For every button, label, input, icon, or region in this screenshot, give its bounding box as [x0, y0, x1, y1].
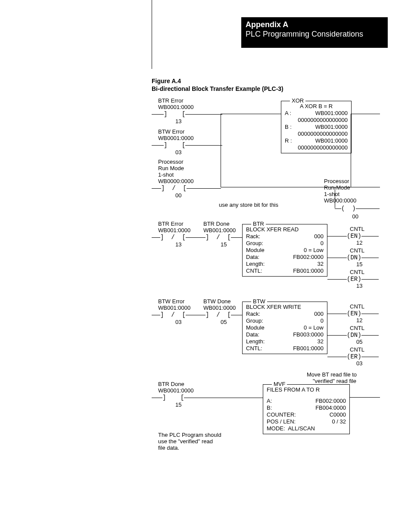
mvf-poslen-lbl: POS / LEN:	[267, 418, 301, 425]
btw-title: BTW	[251, 298, 267, 305]
btr-er-lbl: CNTL	[350, 269, 364, 275]
rung3-btw-error-bit: 03	[175, 319, 181, 325]
btw-er-line: (ER)	[327, 353, 379, 360]
btr-en-bit: 12	[356, 240, 362, 246]
btr-cntl-lbl: CNTL:	[246, 268, 268, 274]
page: Appendix A PLC Programming Consideration…	[0, 0, 411, 532]
mvf-box: MVF FILES FROM A TO R A:FB002:0000 B:FB0…	[263, 384, 350, 434]
rung1-btr-error-contact: ] [	[152, 111, 222, 118]
btr-group-val: 0	[321, 240, 324, 247]
mvf-counter-lbl: COUNTER:	[267, 411, 301, 418]
btr-title: BTR	[251, 221, 266, 227]
btw-data-val: FB003:0000	[293, 331, 324, 338]
rung2-btr-done-lbl: BTR Done	[203, 221, 230, 227]
btw-module-lbl: Module	[246, 324, 270, 331]
rung1-right-wire	[351, 114, 380, 114]
rung2-btr-error-bit: 13	[175, 241, 181, 248]
rung4-footnote2: use the "verified" read	[158, 438, 213, 445]
rung1-out-lbl2: Run-Mode	[324, 184, 350, 191]
figure-caption: Bi-directional Block Transfer Example (P…	[152, 85, 283, 92]
rung1-coil-drop	[335, 187, 335, 208]
btr-rack-val: 000	[314, 233, 324, 240]
rung3-btw-done-addr: WB001:0000	[203, 305, 236, 311]
btr-er-bit: 13	[356, 283, 362, 289]
rung2-btr-error-contact: ] / [	[152, 234, 199, 241]
rung1-out-bit: 00	[350, 213, 358, 220]
rung1-proc-addr: WB0000:0000	[158, 178, 193, 184]
xor-title: XOR	[290, 97, 305, 104]
btr-cntl-val: FB001:0000	[293, 268, 324, 274]
btr-data-val: FB002:0000	[293, 254, 324, 261]
rung1-out-addr: WB000:0000	[324, 197, 356, 204]
btw-data-lbl: Data:	[246, 331, 265, 338]
rung1-right-branch	[351, 114, 351, 187]
btw-cntl-lbl: CNTL:	[246, 345, 268, 352]
rung3-btw-done-bit: 05	[221, 319, 227, 325]
mvf-b-lbl: B:	[267, 404, 277, 411]
btw-er-bit: 03	[356, 360, 362, 367]
rung2-btr-done-addr: WB001:0000	[203, 227, 236, 233]
mvf-title: MVF	[272, 381, 287, 388]
rung2-btr-error-addr: WB001:0000	[158, 227, 190, 233]
rung1-btw-error-lbl: BTW Error	[158, 128, 184, 135]
rung4-footnote1: The PLC Program should	[158, 432, 221, 438]
xor-b-val: WB001:0000	[315, 124, 348, 131]
rung1-btw-error-contact: ] [	[152, 142, 222, 149]
rung2-btr-done-bit: 15	[221, 241, 227, 248]
xor-b-lbl: B :	[285, 124, 297, 131]
btw-box: BTW BLOCK XFER WRITE Rack:000 Group:0 Mo…	[242, 302, 327, 354]
btr-length-val: 32	[318, 261, 324, 268]
rung4-btr-done-addr: WB0001:0000	[158, 387, 193, 394]
mvf-b-val: FB004:0000	[315, 404, 346, 411]
rung1-proc-lbl2: Run Mode	[158, 165, 184, 171]
xor-a-lbl: A :	[285, 110, 296, 117]
chapter-header: Appendix A PLC Programming Consideration…	[241, 17, 388, 48]
rung1-proc-contact: ] / [	[152, 185, 221, 192]
rung1-out-coil: ( )	[335, 205, 380, 212]
rung1-btw-error-bit: 03	[175, 149, 181, 156]
btw-en-lbl: CNTL	[350, 303, 364, 310]
btw-en-bit: 12	[356, 317, 362, 324]
btw-er-lbl: CNTL	[350, 346, 364, 353]
btr-module-lbl: Module	[246, 247, 270, 254]
xor-r-val: WB001:0000	[315, 137, 348, 144]
btr-length-lbl: Length:	[246, 261, 270, 268]
rung3-btw-error-addr: WB001:0000	[158, 305, 190, 311]
rung2-btr-done-contact: ] / [	[197, 234, 244, 241]
rung1-bottom-wire	[221, 187, 380, 187]
xor-box: XOR A XOR B = R A :WB001:0000 0000000000…	[281, 101, 352, 153]
xor-b-data: 0000000000000000	[285, 131, 348, 137]
rung4-note1: Move BT read file to	[307, 371, 357, 378]
mvf-a-lbl: A:	[267, 398, 277, 404]
rung1-proc-lbl1: Processor	[158, 159, 184, 165]
btw-group-lbl: Group:	[246, 317, 268, 324]
btr-er-line: (ER)	[327, 276, 379, 283]
btw-dn-line: (DN)	[327, 332, 379, 339]
btr-en-line: (EN)	[327, 233, 379, 240]
rung4-btr-done-bit: 15	[175, 401, 181, 408]
btw-group-val: 0	[321, 317, 324, 324]
rung1-btr-error-bit: 13	[175, 118, 181, 124]
rung1-branch-vert	[221, 114, 221, 187]
rung3-btw-error-lbl: BTW Error	[158, 298, 184, 305]
rung4-footnote3: file data.	[158, 445, 179, 451]
margin-divider	[152, 0, 152, 69]
rung4-right-wire	[349, 397, 380, 398]
rung1-btw-error-addr: WB0001:0000	[158, 135, 193, 141]
rung1-btr-error-lbl: BTR Error	[158, 97, 184, 104]
btr-data-lbl: Data:	[246, 254, 265, 261]
mvf-a-val: FB002:0000	[315, 398, 346, 404]
mvf-mode-val: ALL/SCAN	[288, 425, 315, 432]
btr-rack-lbl: Rack:	[246, 233, 265, 240]
mvf-counter-val: C0000	[330, 411, 346, 418]
rung1-note: use any store bit for this	[219, 202, 278, 208]
rung4-btr-done-contact: ] [	[152, 394, 264, 401]
btw-length-val: 32	[318, 338, 324, 345]
ladder-diagram: BTR Error WB0001:0000 ] [ 13 BTW Error W…	[152, 95, 380, 457]
btr-dn-bit: 15	[356, 261, 362, 268]
btw-cntl-val: FB001:0000	[293, 345, 324, 352]
mvf-mode-lbl: MODE:	[267, 425, 285, 432]
rung3-btw-error-contact: ] / [	[152, 311, 199, 318]
rung1-proc-lbl3: 1-shot	[158, 171, 174, 178]
appendix-subtitle: PLC Programming Considerations	[246, 29, 383, 39]
